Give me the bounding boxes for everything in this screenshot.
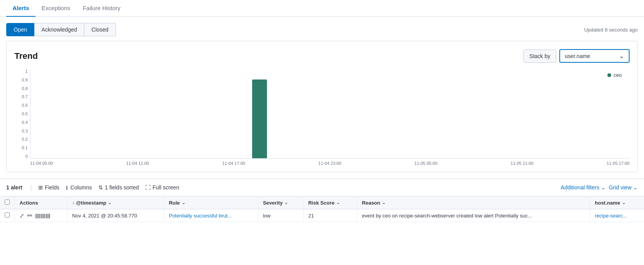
col-header-reason[interactable]: Reason ⌄ (357, 196, 590, 209)
trend-chart: 1 0.9 0.8 0.7 0.6 0.5 0.4 0.3 0.2 0.1 0 (14, 69, 630, 159)
rule-link[interactable]: Potentially successful brut... (169, 213, 232, 219)
col-timestamp-label: @timestamp (76, 200, 107, 206)
select-all-checkbox[interactable] (5, 200, 10, 205)
fields-icon: ⊞ (38, 184, 43, 191)
sorted-button[interactable]: ⇅ 1 fields sorted (95, 183, 142, 192)
chart-legend: ceo (607, 72, 622, 78)
grid-view-chevron-icon: ⌄ (633, 184, 638, 191)
sort-desc-icon: ↓ (72, 200, 75, 205)
col-header-actions[interactable]: Actions (15, 196, 68, 209)
legend-dot-ceo (607, 73, 611, 77)
col-severity-chevron-icon: ⌄ (284, 200, 288, 205)
stack-by-container: Stack by user.name ⌄ (523, 49, 630, 63)
col-header-rule[interactable]: Rule ⌄ (164, 196, 258, 209)
status-buttons-group: Open Acknowledged Closed (6, 23, 116, 36)
row-reason-cell: event by ceo on recipe-search-webserver … (357, 209, 590, 222)
row-actions-cell: ⤤ ⚯ ▤▤▤ (15, 209, 68, 222)
grid-view-button[interactable]: Grid view ⌄ (609, 184, 638, 191)
more-actions-icon[interactable]: ▤▤▤ (35, 212, 50, 219)
col-hostname-label: host.name (595, 200, 620, 206)
tab-failure-history[interactable]: Failure History (76, 0, 127, 17)
fullscreen-label: Full screen (153, 184, 179, 191)
select-all-checkbox-header[interactable] (0, 196, 15, 209)
fields-label: Fields (45, 184, 59, 191)
row-actions-group: ⤤ ⚯ ▤▤▤ (20, 212, 62, 219)
col-timestamp-chevron-icon: ⌄ (108, 200, 112, 205)
chart-bars (30, 69, 630, 158)
columns-button[interactable]: ⫿ Columns (62, 183, 95, 192)
x-axis: 11-04 05:00 11-04 11:00 11-04 17:00 11-0… (14, 159, 630, 166)
status-btn-acknowledged[interactable]: Acknowledged (34, 23, 84, 36)
chart-bar-ceo (252, 80, 267, 158)
columns-label: Columns (70, 184, 92, 191)
row-hostname-cell[interactable]: recipe-searc... (590, 209, 644, 222)
trend-header: Trend Stack by user.name ⌄ (14, 49, 630, 63)
row-severity-cell: low (258, 209, 303, 222)
row-risk-score-cell: 21 (303, 209, 357, 222)
toolbar-separator: | (30, 184, 32, 192)
stack-by-select[interactable]: user.name ⌄ (559, 49, 630, 63)
fullscreen-icon: ⛶ (145, 184, 151, 191)
chart-inner: ceo (30, 69, 630, 159)
additional-filters-chevron-icon: ⌄ (601, 184, 606, 191)
legend-label-ceo: ceo (614, 72, 622, 78)
table-header-row: Actions ↓ @timestamp ⌄ Rule ⌄ Severity (0, 196, 644, 209)
fields-button[interactable]: ⊞ Fields (35, 183, 62, 192)
tab-alerts[interactable]: Alerts (6, 0, 36, 17)
sort-icon: ⇅ (98, 184, 103, 191)
y-axis: 1 0.9 0.8 0.7 0.6 0.5 0.4 0.3 0.2 0.1 0 (14, 69, 30, 159)
reason-text: event by ceo on recipe-search-webserver … (362, 213, 532, 219)
top-tabs-container: Alerts Exceptions Failure History (0, 0, 644, 17)
col-hostname-chevron-icon: ⌄ (622, 200, 626, 205)
row-rule-cell[interactable]: Potentially successful brut... (164, 209, 258, 222)
col-risk-chevron-icon: ⌄ (336, 200, 340, 205)
stack-by-value: user.name (565, 53, 590, 59)
row-checkbox-cell[interactable] (0, 209, 15, 222)
col-reason-label: Reason (362, 200, 380, 206)
status-bar: Open Acknowledged Closed Updated 8 secon… (0, 17, 644, 41)
updated-timestamp: Updated 8 seconds ago (584, 27, 638, 33)
col-risk-label: Risk Score (308, 200, 334, 206)
alert-count: 1 alert (6, 184, 22, 191)
stack-by-label: Stack by (523, 49, 556, 63)
additional-filters-label: Additional filters (561, 184, 600, 191)
trend-title: Trend (14, 51, 38, 61)
row-timestamp-cell: Nov 4, 2021 @ 20:45:58.770 (67, 209, 164, 222)
table-toolbar: 1 alert | ⊞ Fields ⫿ Columns ⇅ 1 fields … (0, 178, 644, 196)
sorted-label: 1 fields sorted (105, 184, 139, 191)
col-header-timestamp[interactable]: ↓ @timestamp ⌄ (67, 196, 164, 209)
investigate-icon[interactable]: ⚯ (27, 212, 32, 219)
tab-exceptions[interactable]: Exceptions (36, 0, 76, 17)
col-actions-label: Actions (20, 200, 38, 206)
col-header-hostname[interactable]: host.name ⌄ (590, 196, 644, 209)
toolbar-right: Additional filters ⌄ Grid view ⌄ (561, 184, 638, 191)
additional-filters-button[interactable]: Additional filters ⌄ (561, 184, 606, 191)
row-checkbox[interactable] (5, 212, 10, 217)
col-severity-label: Severity (263, 200, 283, 206)
table-row: ⤤ ⚯ ▤▤▤ Nov 4, 2021 @ 20:45:58.770 Poten… (0, 209, 644, 222)
fullscreen-button[interactable]: ⛶ Full screen (142, 183, 182, 192)
expand-row-icon[interactable]: ⤤ (20, 212, 24, 219)
severity-value: low (263, 213, 271, 219)
status-btn-closed[interactable]: Closed (84, 23, 116, 36)
col-reason-chevron-icon: ⌄ (382, 200, 386, 205)
col-header-severity[interactable]: Severity ⌄ (258, 196, 303, 209)
alerts-table: Actions ↓ @timestamp ⌄ Rule ⌄ Severity (0, 196, 644, 222)
status-btn-open[interactable]: Open (6, 23, 34, 36)
col-rule-chevron-icon: ⌄ (181, 200, 185, 205)
columns-icon: ⫿ (66, 184, 68, 191)
hostname-link[interactable]: recipe-searc... (595, 213, 627, 219)
grid-view-label: Grid view (609, 184, 632, 191)
chevron-down-icon: ⌄ (619, 52, 624, 60)
col-rule-label: Rule (169, 200, 180, 206)
trend-panel: Trend Stack by user.name ⌄ 1 0.9 0.8 0.7… (6, 41, 638, 172)
col-header-risk-score[interactable]: Risk Score ⌄ (303, 196, 357, 209)
